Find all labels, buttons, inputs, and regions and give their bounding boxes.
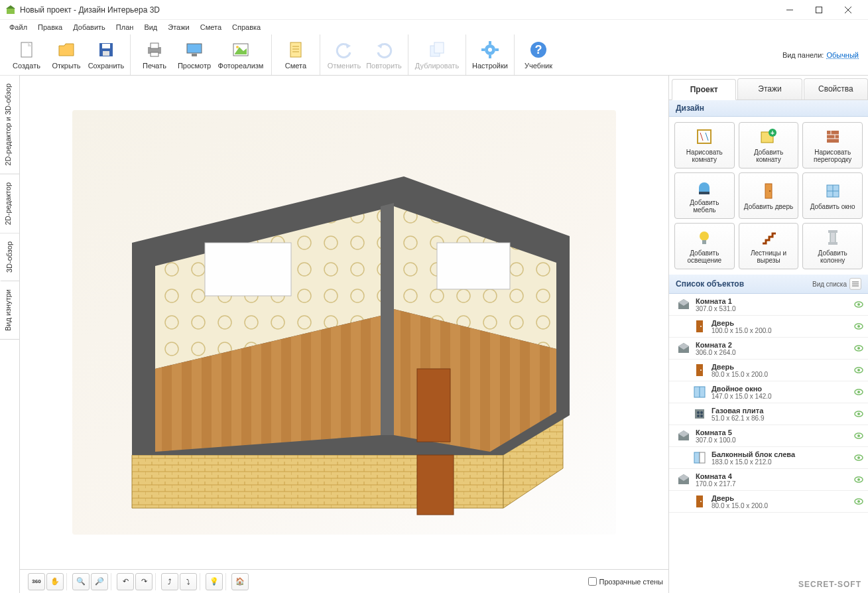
design-add-light-button[interactable]: Добавить освещение bbox=[674, 223, 735, 269]
object-item[interactable]: Балконный блок слева183.0 x 15.0 x 212.0 bbox=[669, 447, 868, 469]
save-label: Сохранить bbox=[88, 62, 125, 70]
zoom-out-button[interactable]: 🔎 bbox=[91, 573, 108, 590]
svg-text:?: ? bbox=[535, 43, 542, 56]
home-view-button[interactable]: 🏠 bbox=[231, 573, 249, 590]
object-item[interactable]: Дверь80.0 x 15.0 x 200.0 bbox=[669, 360, 868, 381]
rotate-right-button[interactable]: ↷ bbox=[135, 573, 153, 590]
visibility-toggle[interactable] bbox=[853, 322, 864, 330]
maximize-button[interactable] bbox=[804, 1, 834, 19]
photoreal-button[interactable]: Фотореализм bbox=[214, 34, 267, 75]
object-item[interactable]: Комната 4170.0 x 217.7 bbox=[669, 469, 868, 491]
svg-rect-73 bbox=[828, 230, 837, 233]
duplicate-button[interactable]: Дублировать bbox=[412, 34, 462, 75]
tilt-down-button[interactable]: ⤵ bbox=[180, 573, 197, 590]
object-item[interactable]: Газовая плита51.0 x 62.1 x 86.9 bbox=[669, 403, 868, 425]
design-add-column-button[interactable]: Добавить колонну bbox=[802, 223, 863, 269]
menu-help[interactable]: Справка bbox=[227, 22, 266, 33]
minimize-button[interactable] bbox=[775, 1, 804, 19]
design-add-door-button[interactable]: Добавить дверь bbox=[739, 172, 799, 219]
design-add-furn-button[interactable]: Добавить мебель bbox=[674, 172, 735, 219]
visibility-toggle[interactable] bbox=[853, 410, 864, 418]
settings-button[interactable]: Настройки bbox=[470, 34, 510, 75]
left-tab-combo[interactable]: 2D-редактор и 3D-обзор bbox=[0, 76, 19, 174]
room-icon bbox=[676, 472, 692, 488]
menu-file[interactable]: Файл bbox=[4, 22, 32, 33]
left-tab-3dview[interactable]: 3D-обзор bbox=[0, 233, 19, 281]
create-label: Создать bbox=[13, 62, 40, 70]
svg-point-18 bbox=[236, 46, 239, 48]
left-tab-editor[interactable]: 2D-редактор bbox=[0, 174, 19, 233]
estimate-button[interactable]: Смета bbox=[276, 34, 316, 75]
object-item[interactable]: Комната 2306.0 x 264.0 bbox=[669, 338, 868, 360]
objects-list: Комната 1307.0 x 531.0Дверь100.0 x 15.0 … bbox=[669, 294, 868, 593]
menu-edit[interactable]: Правка bbox=[32, 22, 68, 33]
tab-floors[interactable]: Этажи bbox=[737, 78, 802, 99]
svg-point-104 bbox=[857, 413, 860, 415]
svg-rect-19 bbox=[290, 42, 301, 57]
svg-point-89 bbox=[857, 347, 860, 350]
visibility-toggle[interactable] bbox=[853, 344, 864, 352]
open-button[interactable]: Открыть bbox=[46, 34, 86, 75]
object-name: Дверь bbox=[712, 494, 853, 502]
preview-button[interactable]: Просмотр bbox=[174, 34, 214, 75]
menu-view[interactable]: Вид bbox=[139, 22, 162, 33]
rotate-360-button[interactable]: 360 bbox=[28, 573, 45, 590]
main-toolbar: Создать Открыть Сохранить Печать Просмот… bbox=[0, 34, 868, 76]
add-window-icon bbox=[824, 182, 842, 200]
object-item[interactable]: Комната 5307.0 x 100.0 bbox=[669, 425, 868, 447]
pan-button[interactable]: ✋ bbox=[46, 573, 64, 590]
draw-part-icon bbox=[824, 127, 842, 146]
3d-canvas[interactable] bbox=[72, 110, 616, 535]
svg-text:+: + bbox=[771, 129, 775, 137]
object-item[interactable]: Двойное окно147.0 x 15.0 x 142.0 bbox=[669, 381, 868, 403]
visibility-toggle[interactable] bbox=[853, 497, 864, 505]
transparent-walls-checkbox[interactable] bbox=[588, 577, 597, 586]
svg-rect-74 bbox=[828, 242, 837, 245]
print-button[interactable]: Печать bbox=[135, 34, 174, 75]
light-toggle-button[interactable]: 💡 bbox=[206, 573, 223, 590]
visibility-toggle[interactable] bbox=[853, 366, 864, 374]
object-item[interactable]: Комната 1307.0 x 531.0 bbox=[669, 294, 868, 316]
titlebar: Новый проект - Дизайн Интерьера 3D bbox=[0, 0, 868, 20]
menu-plan[interactable]: План bbox=[111, 22, 139, 33]
list-icon bbox=[852, 281, 859, 287]
visibility-toggle[interactable] bbox=[853, 388, 864, 396]
close-button[interactable] bbox=[834, 1, 863, 19]
visibility-toggle[interactable] bbox=[853, 300, 864, 308]
tilt-up-button[interactable]: ⤴ bbox=[161, 573, 178, 590]
transparent-walls-toggle[interactable]: Прозрачные стены bbox=[588, 577, 663, 586]
design-add-window-button[interactable]: Добавить окно bbox=[802, 172, 863, 219]
svg-point-118 bbox=[700, 501, 702, 502]
design-draw-room-button[interactable]: Нарисовать комнату bbox=[674, 122, 735, 168]
svg-point-100 bbox=[700, 411, 703, 414]
object-item[interactable]: Дверь80.0 x 15.0 x 200.0 bbox=[669, 491, 868, 513]
rotate-left-button[interactable]: ↶ bbox=[117, 573, 134, 590]
svg-rect-0 bbox=[7, 9, 15, 14]
menu-floors[interactable]: Этажи bbox=[162, 22, 194, 33]
save-button[interactable]: Сохранить bbox=[86, 34, 126, 75]
tutorial-button[interactable]: ? Учебник bbox=[519, 34, 558, 75]
settings-label: Настройки bbox=[472, 62, 508, 70]
redo-button[interactable]: Повторить bbox=[364, 34, 404, 75]
undo-button[interactable]: Отменить bbox=[324, 34, 364, 75]
create-button[interactable]: Создать bbox=[7, 34, 46, 75]
tab-project[interactable]: Проект bbox=[672, 79, 736, 100]
visibility-toggle[interactable] bbox=[853, 454, 864, 462]
design-stairs-button[interactable]: Лестницы и вырезы bbox=[739, 223, 799, 269]
view-list-button[interactable] bbox=[849, 278, 861, 290]
object-name: Комната 4 bbox=[696, 472, 853, 480]
tab-properties[interactable]: Свойства bbox=[804, 78, 868, 99]
viewport-3d[interactable]: 360 ✋ 🔍 🔎 ↶ ↷ ⤴ ⤵ 💡 🏠 bbox=[20, 76, 669, 593]
left-tab-inside[interactable]: Вид изнутри bbox=[0, 281, 19, 340]
visibility-toggle[interactable] bbox=[853, 476, 864, 484]
object-name: Газовая плита bbox=[712, 407, 853, 415]
object-item[interactable]: Дверь100.0 x 15.0 x 200.0 bbox=[669, 316, 868, 338]
view-panel-link[interactable]: Обычный bbox=[826, 51, 859, 59]
visibility-toggle[interactable] bbox=[853, 432, 864, 440]
design-add-room-button[interactable]: +Добавить комнату bbox=[739, 122, 799, 168]
menu-estimate[interactable]: Смета bbox=[195, 22, 227, 33]
design-draw-part-button[interactable]: Нарисовать перегородку bbox=[802, 122, 863, 168]
menu-add[interactable]: Добавить bbox=[68, 22, 111, 33]
left-tabs: 2D-редактор и 3D-обзор 2D-редактор 3D-об… bbox=[0, 76, 20, 593]
zoom-in-button[interactable]: 🔍 bbox=[72, 573, 90, 590]
